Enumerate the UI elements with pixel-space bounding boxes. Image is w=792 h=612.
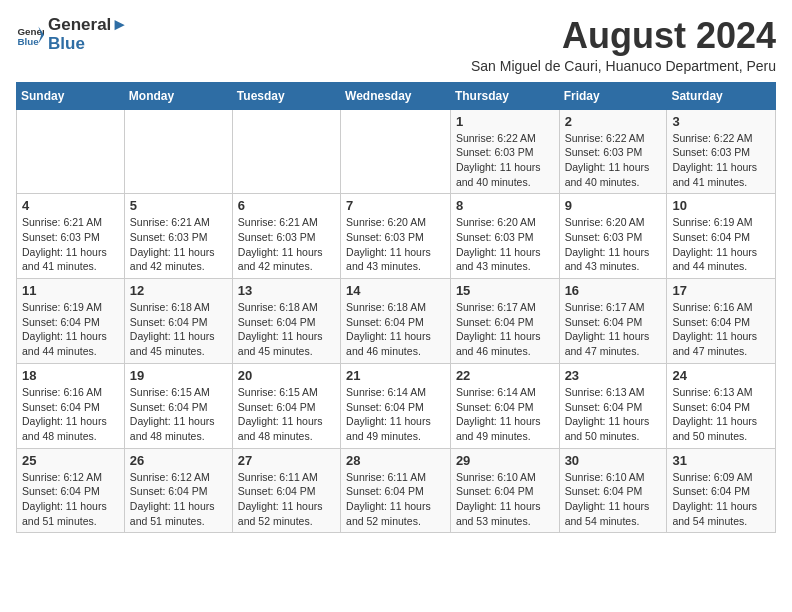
day-number: 26 [130, 453, 227, 468]
header-sunday: Sunday [17, 82, 125, 109]
day-number: 10 [672, 198, 770, 213]
table-cell: 12Sunrise: 6:18 AMSunset: 6:04 PMDayligh… [124, 279, 232, 364]
table-cell [232, 109, 340, 194]
table-cell: 9Sunrise: 6:20 AMSunset: 6:03 PMDaylight… [559, 194, 667, 279]
header-thursday: Thursday [450, 82, 559, 109]
day-number: 21 [346, 368, 445, 383]
day-info: Sunrise: 6:11 AMSunset: 6:04 PMDaylight:… [346, 470, 445, 529]
day-info: Sunrise: 6:19 AMSunset: 6:04 PMDaylight:… [672, 215, 770, 274]
day-number: 24 [672, 368, 770, 383]
day-info: Sunrise: 6:18 AMSunset: 6:04 PMDaylight:… [238, 300, 335, 359]
table-cell [341, 109, 451, 194]
svg-text:Blue: Blue [17, 35, 39, 46]
day-info: Sunrise: 6:15 AMSunset: 6:04 PMDaylight:… [130, 385, 227, 444]
day-number: 18 [22, 368, 119, 383]
day-number: 16 [565, 283, 662, 298]
day-info: Sunrise: 6:16 AMSunset: 6:04 PMDaylight:… [672, 300, 770, 359]
day-number: 15 [456, 283, 554, 298]
table-cell: 20Sunrise: 6:15 AMSunset: 6:04 PMDayligh… [232, 363, 340, 448]
day-info: Sunrise: 6:13 AMSunset: 6:04 PMDaylight:… [565, 385, 662, 444]
day-number: 9 [565, 198, 662, 213]
week-row-3: 11Sunrise: 6:19 AMSunset: 6:04 PMDayligh… [17, 279, 776, 364]
day-number: 2 [565, 114, 662, 129]
header-tuesday: Tuesday [232, 82, 340, 109]
title-block: August 2024 San Miguel de Cauri, Huanuco… [471, 16, 776, 74]
calendar-table: Sunday Monday Tuesday Wednesday Thursday… [16, 82, 776, 534]
table-cell: 14Sunrise: 6:18 AMSunset: 6:04 PMDayligh… [341, 279, 451, 364]
day-info: Sunrise: 6:12 AMSunset: 6:04 PMDaylight:… [130, 470, 227, 529]
table-cell: 30Sunrise: 6:10 AMSunset: 6:04 PMDayligh… [559, 448, 667, 533]
day-number: 1 [456, 114, 554, 129]
table-cell: 31Sunrise: 6:09 AMSunset: 6:04 PMDayligh… [667, 448, 776, 533]
table-cell: 27Sunrise: 6:11 AMSunset: 6:04 PMDayligh… [232, 448, 340, 533]
table-cell: 21Sunrise: 6:14 AMSunset: 6:04 PMDayligh… [341, 363, 451, 448]
day-number: 20 [238, 368, 335, 383]
day-info: Sunrise: 6:12 AMSunset: 6:04 PMDaylight:… [22, 470, 119, 529]
day-info: Sunrise: 6:20 AMSunset: 6:03 PMDaylight:… [456, 215, 554, 274]
week-row-2: 4Sunrise: 6:21 AMSunset: 6:03 PMDaylight… [17, 194, 776, 279]
day-info: Sunrise: 6:09 AMSunset: 6:04 PMDaylight:… [672, 470, 770, 529]
table-cell: 25Sunrise: 6:12 AMSunset: 6:04 PMDayligh… [17, 448, 125, 533]
day-number: 28 [346, 453, 445, 468]
day-number: 3 [672, 114, 770, 129]
day-info: Sunrise: 6:22 AMSunset: 6:03 PMDaylight:… [672, 131, 770, 190]
day-number: 12 [130, 283, 227, 298]
table-cell: 5Sunrise: 6:21 AMSunset: 6:03 PMDaylight… [124, 194, 232, 279]
table-cell: 7Sunrise: 6:20 AMSunset: 6:03 PMDaylight… [341, 194, 451, 279]
day-info: Sunrise: 6:19 AMSunset: 6:04 PMDaylight:… [22, 300, 119, 359]
day-number: 4 [22, 198, 119, 213]
day-number: 31 [672, 453, 770, 468]
day-info: Sunrise: 6:10 AMSunset: 6:04 PMDaylight:… [565, 470, 662, 529]
table-cell: 18Sunrise: 6:16 AMSunset: 6:04 PMDayligh… [17, 363, 125, 448]
page-header: General Blue General► Blue August 2024 S… [16, 16, 776, 74]
day-number: 11 [22, 283, 119, 298]
day-info: Sunrise: 6:17 AMSunset: 6:04 PMDaylight:… [565, 300, 662, 359]
table-cell: 28Sunrise: 6:11 AMSunset: 6:04 PMDayligh… [341, 448, 451, 533]
location-subtitle: San Miguel de Cauri, Huanuco Department,… [471, 58, 776, 74]
day-number: 13 [238, 283, 335, 298]
month-year-title: August 2024 [471, 16, 776, 56]
table-cell: 2Sunrise: 6:22 AMSunset: 6:03 PMDaylight… [559, 109, 667, 194]
table-cell: 22Sunrise: 6:14 AMSunset: 6:04 PMDayligh… [450, 363, 559, 448]
day-number: 25 [22, 453, 119, 468]
logo-general-text: General► [48, 16, 128, 35]
day-number: 7 [346, 198, 445, 213]
table-cell: 13Sunrise: 6:18 AMSunset: 6:04 PMDayligh… [232, 279, 340, 364]
weekday-header-row: Sunday Monday Tuesday Wednesday Thursday… [17, 82, 776, 109]
table-cell: 15Sunrise: 6:17 AMSunset: 6:04 PMDayligh… [450, 279, 559, 364]
day-info: Sunrise: 6:21 AMSunset: 6:03 PMDaylight:… [22, 215, 119, 274]
table-cell: 8Sunrise: 6:20 AMSunset: 6:03 PMDaylight… [450, 194, 559, 279]
day-info: Sunrise: 6:21 AMSunset: 6:03 PMDaylight:… [238, 215, 335, 274]
table-cell: 23Sunrise: 6:13 AMSunset: 6:04 PMDayligh… [559, 363, 667, 448]
table-cell: 17Sunrise: 6:16 AMSunset: 6:04 PMDayligh… [667, 279, 776, 364]
day-number: 8 [456, 198, 554, 213]
table-cell: 11Sunrise: 6:19 AMSunset: 6:04 PMDayligh… [17, 279, 125, 364]
table-cell: 16Sunrise: 6:17 AMSunset: 6:04 PMDayligh… [559, 279, 667, 364]
week-row-1: 1Sunrise: 6:22 AMSunset: 6:03 PMDaylight… [17, 109, 776, 194]
header-friday: Friday [559, 82, 667, 109]
logo-icon: General Blue [16, 21, 44, 49]
week-row-5: 25Sunrise: 6:12 AMSunset: 6:04 PMDayligh… [17, 448, 776, 533]
day-info: Sunrise: 6:18 AMSunset: 6:04 PMDaylight:… [130, 300, 227, 359]
day-number: 22 [456, 368, 554, 383]
table-cell: 24Sunrise: 6:13 AMSunset: 6:04 PMDayligh… [667, 363, 776, 448]
header-wednesday: Wednesday [341, 82, 451, 109]
day-info: Sunrise: 6:20 AMSunset: 6:03 PMDaylight:… [346, 215, 445, 274]
day-info: Sunrise: 6:17 AMSunset: 6:04 PMDaylight:… [456, 300, 554, 359]
day-info: Sunrise: 6:11 AMSunset: 6:04 PMDaylight:… [238, 470, 335, 529]
logo: General Blue General► Blue [16, 16, 128, 53]
day-number: 14 [346, 283, 445, 298]
day-number: 29 [456, 453, 554, 468]
day-info: Sunrise: 6:15 AMSunset: 6:04 PMDaylight:… [238, 385, 335, 444]
day-number: 19 [130, 368, 227, 383]
day-info: Sunrise: 6:21 AMSunset: 6:03 PMDaylight:… [130, 215, 227, 274]
table-cell [124, 109, 232, 194]
header-saturday: Saturday [667, 82, 776, 109]
logo-blue-text: Blue [48, 35, 128, 54]
day-info: Sunrise: 6:10 AMSunset: 6:04 PMDaylight:… [456, 470, 554, 529]
table-cell: 6Sunrise: 6:21 AMSunset: 6:03 PMDaylight… [232, 194, 340, 279]
day-info: Sunrise: 6:22 AMSunset: 6:03 PMDaylight:… [456, 131, 554, 190]
day-info: Sunrise: 6:22 AMSunset: 6:03 PMDaylight:… [565, 131, 662, 190]
day-number: 23 [565, 368, 662, 383]
day-info: Sunrise: 6:16 AMSunset: 6:04 PMDaylight:… [22, 385, 119, 444]
